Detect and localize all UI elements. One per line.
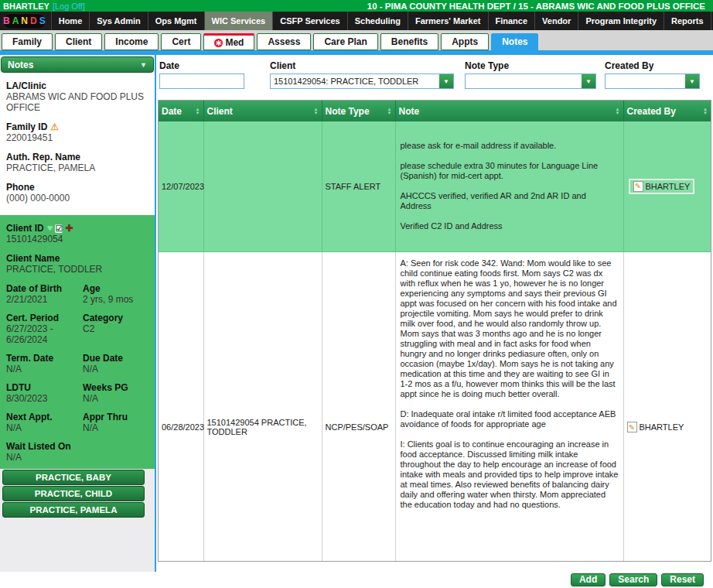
family-member-button-child[interactable]: PRACTICE, CHILD (2, 486, 145, 501)
auth-rep-label: Auth. Rep. Name (6, 152, 148, 162)
nav-item-reports[interactable]: Reports (664, 12, 711, 30)
term-date-value: N/A (6, 364, 83, 374)
office-title: 10 - PIMA COUNTY HEALTH DEPT / 15 - ABRA… (85, 2, 710, 11)
date-filter-input[interactable] (159, 74, 244, 89)
client-id-value: 15101429054 (6, 234, 148, 244)
nav-item-home[interactable]: Home (51, 12, 90, 30)
column-header-date-label: Date (162, 106, 182, 117)
sort-icon[interactable]: ▲▼ (196, 108, 200, 115)
client-filter-select[interactable]: 15101429054: PRACTICE, TODDLER ▼ (270, 74, 454, 89)
edit-note-icon[interactable]: ✎ (633, 181, 643, 192)
checkbox-icon: ☑ (55, 224, 63, 233)
sort-icon[interactable]: ▲▼ (314, 108, 319, 115)
nav-item-finance[interactable]: Finance (488, 12, 535, 30)
nav-item-sys-admin[interactable]: Sys Admin (89, 12, 147, 30)
wait-listed-value: N/A (6, 452, 148, 463)
chevron-down-icon[interactable]: ▼ (582, 74, 595, 88)
column-header-client[interactable]: Client▲▼ (203, 101, 322, 121)
edit-note-icon[interactable]: ✎ (627, 422, 637, 432)
weeks-pg-label: Weeks PG (83, 382, 148, 393)
la-clinic-field: LA/Clinic ABRAMS WIC AND FOOD PLUS OFFIC… (6, 80, 148, 113)
weeks-pg-value: N/A (83, 393, 148, 404)
column-header-date[interactable]: Date▲▼ (159, 101, 203, 121)
sort-icon[interactable]: ▲▼ (703, 108, 708, 115)
medical-cross-icon: ✚ (65, 223, 73, 234)
main-nav: B A N D S Home Sys Admin Ops Mgmt WIC Se… (0, 12, 713, 30)
tab-income[interactable]: Income (104, 33, 159, 50)
created-by-edit-box[interactable]: ✎ BHARTLEY (629, 179, 695, 194)
note-type-filter-select[interactable]: ▼ (465, 74, 596, 89)
content: Notes ▼ LA/Clinic ABRAMS WIC AND FOOD PL… (0, 55, 713, 572)
tab-notes[interactable]: Notes (491, 33, 538, 50)
client-filter: Client 15101429054: PRACTICE, TODDLER ▼ (270, 60, 454, 89)
sort-icon[interactable]: ▲▼ (387, 108, 392, 115)
notes-main-panel: Date Client 15101429054: PRACTICE, TODDL… (155, 55, 713, 572)
log-off-link[interactable]: [Log Off] (53, 2, 85, 11)
chevron-down-icon: ▼ (140, 61, 147, 69)
column-header-note[interactable]: Note▲▼ (395, 101, 623, 121)
client-id-field: Client ID ♥ ☑ ✚ 15101429054 (6, 223, 148, 244)
auth-rep-value: PRACTICE, PAMELA (6, 162, 148, 173)
family-member-button-baby[interactable]: PRACTICE, BABY (2, 470, 145, 485)
note-text: A: Seen for risk code 342. Wand: Mom wou… (401, 258, 619, 510)
appr-thru-value: N/A (83, 422, 148, 433)
note-text: please ask for e-mail address if availab… (401, 141, 619, 231)
tab-care-plan[interactable]: Care Plan (313, 33, 377, 50)
wait-listed-label: Wait Listed On (6, 441, 148, 452)
reset-button[interactable]: Reset (661, 573, 704, 586)
la-clinic-value: ABRAMS WIC AND FOOD PLUS OFFICE (6, 91, 148, 113)
category-value: C2 (83, 323, 148, 334)
client-name-value: PRACTICE, TODDLER (6, 264, 148, 275)
ldtu-value: 8/30/2023 (6, 393, 83, 404)
nav-item-csfp-services[interactable]: CSFP Services (272, 12, 346, 30)
add-button[interactable]: Add (571, 573, 606, 586)
column-header-created-by[interactable]: Created By▲▼ (623, 101, 711, 121)
note-client-cell (203, 121, 322, 251)
phone-label: Phone (6, 182, 148, 193)
logo-letter: N (21, 14, 28, 29)
bands-logo: B A N D S (2, 13, 46, 29)
nav-item-farmers-market[interactable]: Farmers' Market (408, 12, 488, 30)
sidebar-section-dropdown[interactable]: Notes ▼ (1, 56, 154, 73)
client-info-panel: Client ID ♥ ☑ ✚ 15101429054 Client Name … (0, 215, 155, 469)
note-row-staff-alert[interactable]: 12/07/2023 STAFF ALERT please ask for e-… (159, 121, 711, 251)
logo-letter: S (39, 14, 46, 29)
created-by-filter-select[interactable]: ▼ (605, 74, 700, 89)
next-appt-value: N/A (6, 422, 83, 433)
nav-item-program-integrity[interactable]: Program Integrity (578, 12, 664, 30)
date-filter: Date (159, 60, 244, 89)
sidebar: Notes ▼ LA/Clinic ABRAMS WIC AND FOOD PL… (0, 55, 155, 572)
cert-period-label: Cert. Period (6, 313, 83, 323)
tab-assess[interactable]: Assess (257, 33, 311, 50)
logo-letter: B (3, 14, 10, 29)
column-header-note-label: Note (399, 106, 420, 117)
search-button[interactable]: Search (609, 573, 657, 586)
client-name-field: Client Name PRACTICE, TODDLER (6, 253, 148, 275)
page: BHARTLEY [Log Off] 10 - PIMA COUNTY HEAL… (0, 0, 713, 588)
age-label: Age (83, 283, 148, 294)
note-text-cell: A: Seen for risk code 342. Wand: Mom wou… (395, 251, 623, 562)
nav-item-wic-services[interactable]: WIC Services (204, 12, 273, 30)
created-by-entry: ✎ BHARTLEY (627, 422, 708, 432)
chevron-down-icon[interactable]: ▼ (439, 74, 453, 88)
client-filter-value: 15101429054: PRACTICE, TODDLER (271, 77, 439, 86)
note-row-ncp-pes-soap[interactable]: 06/28/2023 15101429054 PRACTICE, TODDLER… (159, 251, 711, 562)
column-header-note-type[interactable]: Note Type▲▼ (322, 101, 395, 121)
tab-appts[interactable]: Appts (441, 33, 489, 50)
nav-item-ops-mgmt[interactable]: Ops Mgmt (148, 12, 204, 30)
tab-client[interactable]: Client (55, 33, 102, 50)
note-created-by-cell: ✎ BHARTLEY (623, 251, 711, 562)
phone-field: Phone (000) 000-0000 (6, 182, 148, 203)
tab-cert[interactable]: Cert (161, 33, 201, 50)
note-created-by-cell: ✎ BHARTLEY (623, 121, 711, 251)
nav-item-help[interactable]: Help (711, 12, 713, 30)
nav-item-vendor[interactable]: Vendor (534, 12, 578, 30)
nav-item-scheduling[interactable]: Scheduling (347, 12, 408, 30)
tab-benefits[interactable]: Benefits (380, 33, 438, 50)
chevron-down-icon[interactable]: ▼ (685, 74, 699, 88)
family-member-button-pamela[interactable]: PRACTICE, PAMELA (2, 502, 145, 518)
tab-family[interactable]: Family (2, 33, 53, 50)
client-detail-row: Date of Birth2/21/2021 Age2 yrs, 9 mos (6, 283, 148, 305)
sort-icon[interactable]: ▲▼ (616, 108, 620, 115)
tab-med[interactable]: ∗ Med (203, 33, 254, 50)
